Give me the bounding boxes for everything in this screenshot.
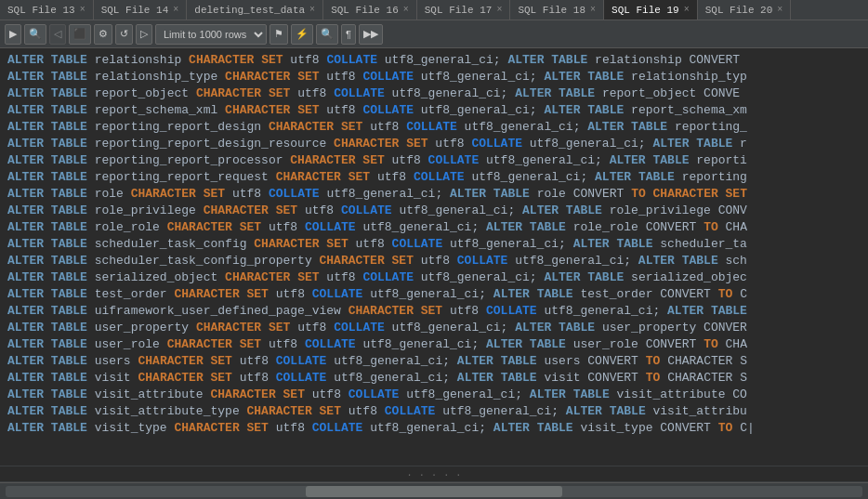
tab-sql-file-14[interactable]: SQL File 14 ×	[94, 0, 188, 20]
forward-button[interactable]: ▷	[136, 24, 152, 45]
code-line: ALTER TABLE reporting_report_processor C…	[7, 152, 861, 169]
code-line: ALTER TABLE user_role CHARACTER SET utf8…	[7, 336, 861, 353]
code-line: ALTER TABLE users CHARACTER SET utf8 COL…	[7, 353, 861, 370]
toolbar: ▶ 🔍 ◁ ⬛ ⚙ ↺ ▷ Limit to 1000 rows ⚑ ⚡ 🔍 ¶…	[0, 20, 868, 48]
stop-button[interactable]: ⬛	[69, 24, 91, 45]
code-line: ALTER TABLE reporting_report_design_reso…	[7, 136, 861, 152]
tab-close-icon[interactable]: ×	[777, 5, 783, 15]
more-button[interactable]: ▶▶	[359, 24, 383, 45]
flag-button[interactable]: ⚑	[270, 24, 288, 45]
dots-separator: · · · · ·	[0, 466, 868, 482]
tab-deleting-test-data[interactable]: deleting_test_data ×	[187, 0, 323, 20]
tab-close-icon[interactable]: ×	[403, 5, 409, 15]
tab-close-icon[interactable]: ×	[590, 5, 596, 15]
code-line: ALTER TABLE report_object CHARACTER SET …	[7, 85, 861, 102]
tab-close-icon[interactable]: ×	[684, 5, 690, 15]
tab-label: deleting_test_data	[194, 5, 305, 16]
code-line: ALTER TABLE report_schema_xml CHARACTER …	[7, 102, 861, 119]
code-line: ALTER TABLE reporting_report_request CHA…	[7, 169, 861, 186]
tab-close-icon[interactable]: ×	[496, 5, 502, 15]
scrollbar-thumb[interactable]	[306, 486, 563, 497]
code-line: ALTER TABLE relationship CHARACTER SET u…	[7, 52, 861, 69]
code-line: ALTER TABLE scheduler_task_config CHARAC…	[7, 236, 861, 253]
code-line: ALTER TABLE reporting_report_design CHAR…	[7, 119, 861, 136]
code-line: ALTER TABLE visit CHARACTER SET utf8 COL…	[7, 370, 861, 387]
code-line: ALTER TABLE role_role CHARACTER SET utf8…	[7, 219, 861, 236]
code-line-cursor: ALTER TABLE visit_type CHARACTER SET utf…	[7, 420, 861, 437]
zoom-button[interactable]: 🔍	[316, 24, 338, 45]
lightning-button[interactable]: ⚡	[291, 24, 313, 45]
tab-label: SQL File 18	[518, 5, 585, 16]
back-button[interactable]: ◁	[49, 24, 66, 45]
code-editor[interactable]: ALTER TABLE relationship CHARACTER SET u…	[0, 48, 868, 466]
tab-bar: SQL File 13 × SQL File 14 × deleting_tes…	[0, 0, 868, 20]
code-line: ALTER TABLE visit_attribute_type CHARACT…	[7, 403, 861, 420]
code-line: ALTER TABLE role_privilege CHARACTER SET…	[7, 203, 861, 219]
horizontal-scrollbar[interactable]	[6, 486, 862, 497]
limit-select[interactable]: Limit to 1000 rows	[155, 24, 267, 45]
tab-sql-file-20[interactable]: SQL File 20 ×	[698, 0, 792, 20]
run-button[interactable]: ▶	[5, 24, 21, 45]
tab-sql-file-17[interactable]: SQL File 17 ×	[417, 0, 511, 20]
tab-close-icon[interactable]: ×	[80, 5, 85, 15]
tab-sql-file-13[interactable]: SQL File 13 ×	[0, 0, 94, 20]
tab-close-icon[interactable]: ×	[309, 5, 315, 15]
paragraph-button[interactable]: ¶	[341, 24, 356, 45]
tab-sql-file-16[interactable]: SQL File 16 ×	[323, 0, 417, 20]
settings-button[interactable]: ⚙	[94, 24, 112, 45]
code-line: ALTER TABLE visit_attribute CHARACTER SE…	[7, 387, 861, 403]
tab-sql-file-19[interactable]: SQL File 19 ×	[604, 0, 698, 20]
tab-label: SQL File 16	[331, 5, 399, 16]
tab-label: SQL File 19	[612, 5, 679, 16]
search-button[interactable]: 🔍	[24, 24, 46, 45]
tab-label: SQL File 14	[101, 5, 169, 16]
code-line: ALTER TABLE relationship_type CHARACTER …	[7, 69, 861, 85]
tab-label: SQL File 20	[705, 5, 773, 16]
code-line: ALTER TABLE scheduler_task_config_proper…	[7, 253, 861, 269]
tab-label: SQL File 13	[7, 5, 75, 16]
code-line: ALTER TABLE user_property CHARACTER SET …	[7, 320, 861, 336]
code-line: ALTER TABLE test_order CHARACTER SET utf…	[7, 286, 861, 303]
code-line: ALTER TABLE uiframework_user_defined_pag…	[7, 303, 861, 320]
tab-sql-file-18[interactable]: SQL File 18 ×	[510, 0, 604, 20]
code-line: ALTER TABLE role CHARACTER SET utf8 COLL…	[7, 186, 861, 203]
tab-close-icon[interactable]: ×	[173, 5, 178, 15]
refresh-button[interactable]: ↺	[115, 24, 133, 45]
code-line: ALTER TABLE serialized_object CHARACTER …	[7, 269, 861, 286]
tab-label: SQL File 17	[425, 5, 493, 16]
scrollbar-container	[0, 482, 868, 499]
